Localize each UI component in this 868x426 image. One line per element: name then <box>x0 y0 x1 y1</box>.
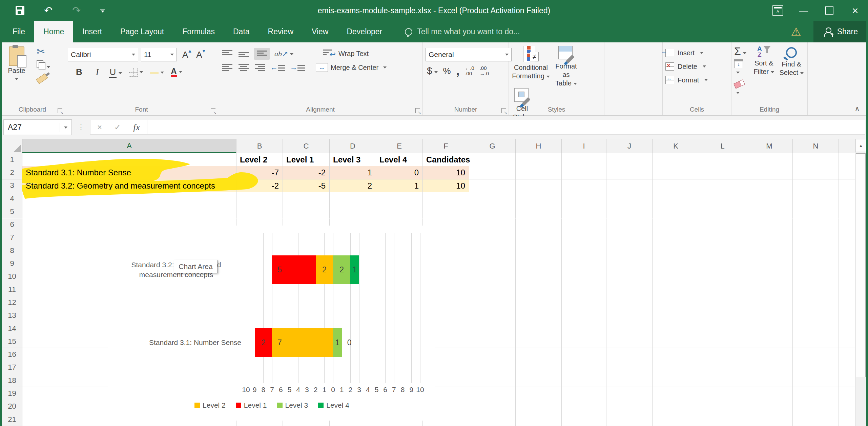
row-header-9[interactable]: 9 <box>2 257 22 270</box>
cell[interactable] <box>469 374 516 387</box>
cell[interactable] <box>516 400 562 413</box>
cell[interactable] <box>236 205 283 218</box>
cell[interactable] <box>469 387 516 400</box>
undo-icon[interactable]: ↶ <box>44 0 53 21</box>
cell[interactable] <box>562 374 606 387</box>
row-header-20[interactable]: 20 <box>2 400 22 413</box>
align-center-icon[interactable] <box>238 63 249 72</box>
tab-developer[interactable]: Developer <box>337 21 391 42</box>
row-header-1[interactable]: 1 <box>2 153 22 166</box>
cell[interactable] <box>469 218 516 231</box>
legend-item-level-2[interactable]: Level 2 <box>194 401 226 409</box>
minimize-button[interactable]: — <box>791 0 817 21</box>
cell[interactable] <box>562 179 606 192</box>
cell[interactable] <box>469 270 516 283</box>
cell[interactable] <box>793 400 839 413</box>
cell[interactable] <box>469 244 516 257</box>
legend-item-level-3[interactable]: Level 3 <box>277 401 308 409</box>
formula-input[interactable] <box>147 120 865 135</box>
bold-button[interactable]: B <box>73 66 86 78</box>
align-left-icon[interactable] <box>222 63 233 72</box>
cell[interactable] <box>469 413 516 426</box>
row-header-15[interactable]: 15 <box>2 335 22 348</box>
cell[interactable] <box>376 192 423 205</box>
italic-button[interactable]: I <box>92 66 102 78</box>
cell[interactable] <box>746 400 793 413</box>
cell[interactable] <box>516 153 562 166</box>
cell[interactable] <box>469 335 516 348</box>
share-button[interactable]: + Share <box>813 21 868 42</box>
cell[interactable] <box>746 361 793 374</box>
cell[interactable] <box>516 270 562 283</box>
cell[interactable] <box>699 244 746 257</box>
cell[interactable] <box>793 192 839 205</box>
cell[interactable] <box>653 257 699 270</box>
cell[interactable] <box>746 283 793 296</box>
cell[interactable] <box>22 205 236 218</box>
cell[interactable] <box>469 361 516 374</box>
cell[interactable] <box>793 374 839 387</box>
cell[interactable] <box>746 179 793 192</box>
cell[interactable] <box>746 153 793 166</box>
tell-me-box[interactable]: Tell me what you want to do... <box>405 21 520 42</box>
cell[interactable] <box>793 309 839 322</box>
cell[interactable] <box>653 179 699 192</box>
cell[interactable] <box>839 387 855 400</box>
cell[interactable] <box>839 179 855 192</box>
row-header-13[interactable]: 13 <box>2 309 22 322</box>
dialog-launcher-clipboard-icon[interactable] <box>58 108 62 113</box>
insert-function-icon[interactable]: fx <box>133 122 140 133</box>
cell[interactable] <box>839 335 855 348</box>
cell[interactable] <box>653 296 699 309</box>
cell[interactable] <box>699 283 746 296</box>
cell[interactable] <box>839 309 855 322</box>
cell[interactable] <box>793 179 839 192</box>
cell[interactable] <box>839 244 855 257</box>
cell[interactable] <box>469 400 516 413</box>
conditional-formatting-button[interactable]: ≠ Conditional Formatting <box>511 45 551 80</box>
row-header-8[interactable]: 8 <box>2 244 22 257</box>
cell[interactable] <box>793 413 839 426</box>
fill-color-button[interactable] <box>150 68 164 76</box>
dialog-launcher-alignment-icon[interactable] <box>415 108 420 113</box>
cell[interactable] <box>516 335 562 348</box>
align-right-icon[interactable] <box>254 63 266 72</box>
cell[interactable] <box>839 166 855 179</box>
cell[interactable] <box>562 348 606 361</box>
row-header-19[interactable]: 19 <box>2 387 22 400</box>
cell[interactable] <box>562 296 606 309</box>
cell[interactable] <box>516 309 562 322</box>
cell[interactable] <box>653 387 699 400</box>
cell[interactable] <box>562 270 606 283</box>
comma-style-button[interactable]: , <box>456 67 459 74</box>
copy-button[interactable] <box>37 60 50 71</box>
cell[interactable] <box>746 387 793 400</box>
align-top-icon[interactable] <box>222 50 233 58</box>
decrease-decimal-button[interactable]: .00→.0 <box>480 65 489 76</box>
cell[interactable] <box>653 166 699 179</box>
delete-cells-button[interactable]: × Delete <box>665 61 728 72</box>
cell[interactable] <box>606 309 653 322</box>
cell[interactable] <box>516 283 562 296</box>
cell[interactable] <box>562 322 606 335</box>
cell[interactable] <box>606 153 653 166</box>
cell[interactable] <box>699 335 746 348</box>
cell[interactable] <box>469 166 516 179</box>
cell[interactable] <box>562 218 606 231</box>
tab-home[interactable]: Home <box>34 21 73 42</box>
cell[interactable] <box>330 205 376 218</box>
legend-item-level-1[interactable]: Level 1 <box>236 401 267 409</box>
cell[interactable] <box>746 413 793 426</box>
align-middle-icon[interactable] <box>238 50 249 58</box>
cell[interactable] <box>606 387 653 400</box>
tab-view[interactable]: View <box>303 21 337 42</box>
cell[interactable] <box>699 387 746 400</box>
cell[interactable] <box>839 400 855 413</box>
row-header-11[interactable]: 11 <box>2 283 22 296</box>
column-header-C[interactable]: C <box>283 139 330 153</box>
column-header-N[interactable]: N <box>793 139 839 153</box>
font-name-combo[interactable]: Calibri <box>68 48 138 61</box>
row-header-5[interactable]: 5 <box>2 205 22 218</box>
cell[interactable] <box>839 374 855 387</box>
cell[interactable] <box>699 192 746 205</box>
